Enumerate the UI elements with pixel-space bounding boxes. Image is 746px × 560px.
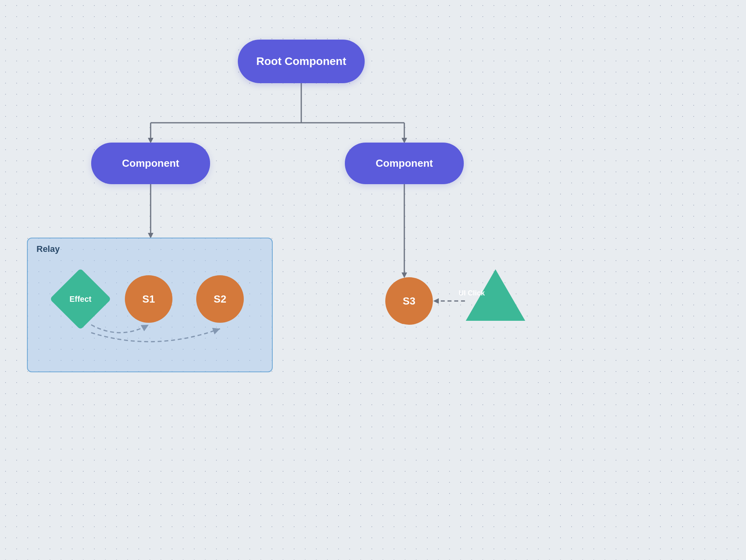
root-component-label: Root Component [256, 55, 346, 68]
root-component-node: Root Component [238, 40, 365, 83]
left-component-label: Component [122, 157, 179, 170]
s1-label: S1 [142, 293, 155, 305]
s2-label: S2 [214, 293, 226, 305]
right-component-node: Component [345, 143, 464, 184]
svg-marker-11 [433, 298, 439, 304]
left-component-node: Component [91, 143, 210, 184]
s3-label: S3 [403, 295, 415, 307]
s2-node: S2 [196, 275, 244, 323]
diagram-container: Root Component Component Component Relay… [0, 0, 746, 560]
s3-node: S3 [385, 277, 433, 325]
right-component-label: Component [376, 157, 433, 170]
ui-click-triangle-container: UI Click [466, 269, 525, 321]
s1-node: S1 [125, 275, 172, 323]
ui-click-label: UI Click [448, 289, 495, 297]
relay-label: Relay [36, 244, 60, 254]
